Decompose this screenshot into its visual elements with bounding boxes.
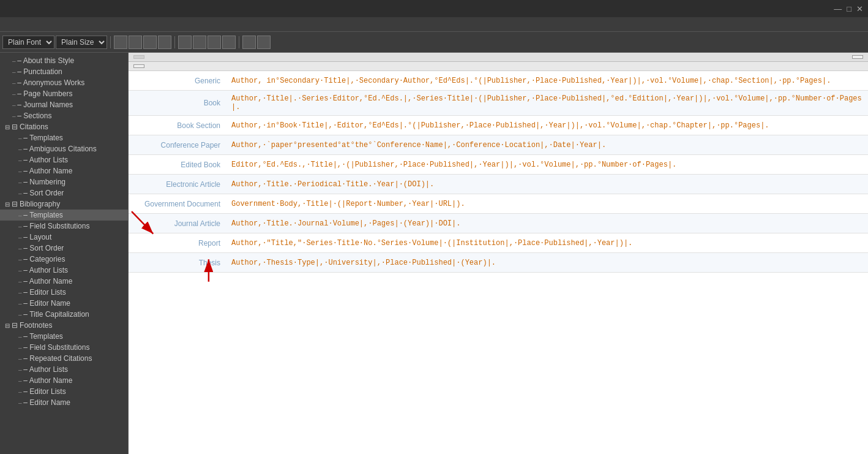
table-row: Electronic ArticleAuthor,·Title.·Periodi… <box>129 175 868 194</box>
insert-field-button[interactable] <box>852 55 863 59</box>
font-selector[interactable]: Plain Font <box>2 36 54 49</box>
sidebar-item-19[interactable]: – Author Lists <box>0 265 128 276</box>
reference-table: GenericAuthor, in°Secondary·Title|,·Seco… <box>129 71 868 454</box>
subscript-button[interactable] <box>193 36 206 49</box>
sidebar-item-11[interactable]: – Numbering <box>0 176 128 187</box>
sidebar-item-28[interactable]: – Author Lists <box>0 364 128 375</box>
table-row: Journal ArticleAuthor,·Title.·Journal·Vo… <box>129 214 868 233</box>
sidebar-item-9[interactable]: – Author Lists <box>0 154 128 165</box>
minimize-button[interactable]: — <box>834 4 842 13</box>
sidebar-item-22[interactable]: – Editor Name <box>0 298 128 309</box>
ref-type-content-7: Author,·Title.·Journal·Volume|,·Pages|·(… <box>226 214 868 233</box>
format-toolbar: Plain Font Plain Size <box>0 32 868 53</box>
table-row: Edited BookEditor,°Ed.^Eds.,·Title|,·(|P… <box>129 155 868 175</box>
sidebar-item-0[interactable]: – About this Style <box>0 55 128 66</box>
menu-file[interactable] <box>2 23 15 26</box>
table-row: Government DocumentGovernment·Body,·Titl… <box>129 194 868 214</box>
ref-type-content-4: Editor,°Ed.^Eds.,·Title|,·(|Publisher,·P… <box>226 155 868 174</box>
sidebar-item-12[interactable]: – Sort Order <box>0 187 128 199</box>
ref-type-content-9: Author,·Thesis·Type|,·University|,·Place… <box>226 253 868 272</box>
sidebar-item-29[interactable]: – Author Name <box>0 375 128 386</box>
sidebar-item-30[interactable]: – Editor Lists <box>0 386 128 397</box>
sidebar-item-24[interactable]: ⊟ Footnotes <box>0 320 128 331</box>
sidebar: – About this Style– Punctuation– Anonymo… <box>0 53 129 454</box>
align-justify-button[interactable] <box>257 36 271 49</box>
underline-button[interactable] <box>143 36 157 49</box>
menu-edit[interactable] <box>15 23 27 26</box>
sidebar-item-15[interactable]: – Field Substitutions <box>0 221 128 232</box>
toolbar-separator-1 <box>110 36 111 48</box>
sidebar-item-8[interactable]: – Ambiguous Citations <box>0 143 128 154</box>
main-layout: – About this Style– Punctuation– Anonymo… <box>0 53 868 454</box>
content-header <box>129 53 868 62</box>
sigma-button[interactable] <box>208 36 221 49</box>
table-row: BookAuthor,·Title|.·Series·Editor,°Ed.^E… <box>129 91 868 116</box>
ref-type-label-9: Thesis <box>129 253 226 272</box>
table-row: Conference PaperAuthor,·`paper°presented… <box>129 135 868 155</box>
sidebar-item-7[interactable]: – Templates <box>0 132 128 143</box>
strikethrough-button[interactable] <box>222 36 236 49</box>
content-wrapper: GenericAuthor, in°Secondary·Title|,·Seco… <box>129 71 868 454</box>
bold-button[interactable] <box>114 36 127 49</box>
ref-type-label-6: Government Document <box>129 194 226 213</box>
sidebar-item-18[interactable]: – Categories <box>0 254 128 265</box>
sidebar-item-23[interactable]: – Title Capitalization <box>0 309 128 320</box>
ref-type-label-1: Book <box>129 91 226 115</box>
menu-help[interactable] <box>51 23 64 26</box>
sidebar-item-26[interactable]: – Field Substitutions <box>0 342 128 353</box>
italic-button[interactable] <box>129 36 142 49</box>
sidebar-item-13[interactable]: ⊟ Bibliography <box>0 199 128 210</box>
bibliography-tab[interactable] <box>133 55 144 59</box>
size-selector[interactable]: Plain Size <box>56 36 107 49</box>
table-row: ThesisAuthor,·Thesis·Type|,·University|,… <box>129 253 868 273</box>
sidebar-item-5[interactable]: – Sections <box>0 110 128 121</box>
sidebar-item-3[interactable]: – Page Numbers <box>0 88 128 99</box>
table-row: GenericAuthor, in°Secondary·Title|,·Seco… <box>129 71 868 91</box>
toolbar-separator-2 <box>174 36 175 48</box>
sidebar-item-14[interactable]: – Templates <box>0 210 128 221</box>
ref-type-content-8: Author,·"Title,"·Series·Title·No.°Series… <box>226 233 868 252</box>
menu-tools[interactable] <box>27 23 39 26</box>
ref-type-label-7: Journal Article <box>129 214 226 233</box>
ref-type-content-5: Author,·Title.·Periodical·Title.·Year|·(… <box>226 175 868 194</box>
sidebar-item-2[interactable]: – Anonymous Works <box>0 77 128 88</box>
sidebar-item-1[interactable]: – Punctuation <box>0 66 128 77</box>
maximize-button[interactable]: □ <box>847 4 851 13</box>
ref-type-content-0: Author, in°Secondary·Title|,·Secondary·A… <box>226 71 868 90</box>
menu-window[interactable] <box>39 23 51 26</box>
ref-type-label-5: Electronic Article <box>129 175 226 194</box>
ref-types-button[interactable] <box>133 64 144 68</box>
sidebar-item-21[interactable]: – Editor Lists <box>0 287 128 298</box>
sidebar-item-20[interactable]: – Author Name <box>0 276 128 287</box>
ref-type-content-3: Author,·`paper°presented°at°the°`Confere… <box>226 135 868 154</box>
ref-type-content-1: Author,·Title|.·Series·Editor,°Ed.^Eds.|… <box>226 91 868 115</box>
title-bar: — □ ✕ <box>0 0 868 17</box>
align-left-button[interactable] <box>242 36 256 49</box>
menu-bar <box>0 17 868 32</box>
ref-type-label-8: Report <box>129 233 226 252</box>
ref-type-content-2: Author,·in°Book·Title|,·Editor,°Ed^Eds|.… <box>226 116 868 135</box>
sidebar-item-10[interactable]: – Author Name <box>0 165 128 176</box>
table-row: Book SectionAuthor,·in°Book·Title|,·Edit… <box>129 116 868 135</box>
sidebar-item-25[interactable]: – Templates <box>0 331 128 342</box>
sidebar-item-31[interactable]: – Editor Name <box>0 397 128 408</box>
sidebar-item-27[interactable]: – Repeated Citations <box>0 353 128 364</box>
table-row: ReportAuthor,·"Title,"·Series·Title·No.°… <box>129 233 868 253</box>
toolbar-separator-3 <box>239 36 239 48</box>
ref-type-label-2: Book Section <box>129 116 226 135</box>
ref-type-label-3: Conference Paper <box>129 135 226 154</box>
sidebar-item-16[interactable]: – Layout <box>0 232 128 243</box>
content-area: GenericAuthor, in°Secondary·Title|,·Seco… <box>129 53 868 454</box>
sidebar-item-17[interactable]: – Sort Order <box>0 243 128 254</box>
sidebar-item-4[interactable]: – Journal Names <box>0 99 128 110</box>
window-controls: — □ ✕ <box>834 4 863 13</box>
sidebar-item-6[interactable]: ⊟ Citations <box>0 121 128 132</box>
superscript-button[interactable] <box>178 36 192 49</box>
ref-types-toolbar <box>129 62 868 71</box>
ref-type-label-4: Edited Book <box>129 155 226 174</box>
ref-type-label-0: Generic <box>129 71 226 90</box>
plain-button[interactable] <box>158 36 171 49</box>
close-button[interactable]: ✕ <box>856 4 863 13</box>
ref-type-content-6: Government·Body,·Title|·(|Report·Number,… <box>226 194 868 213</box>
